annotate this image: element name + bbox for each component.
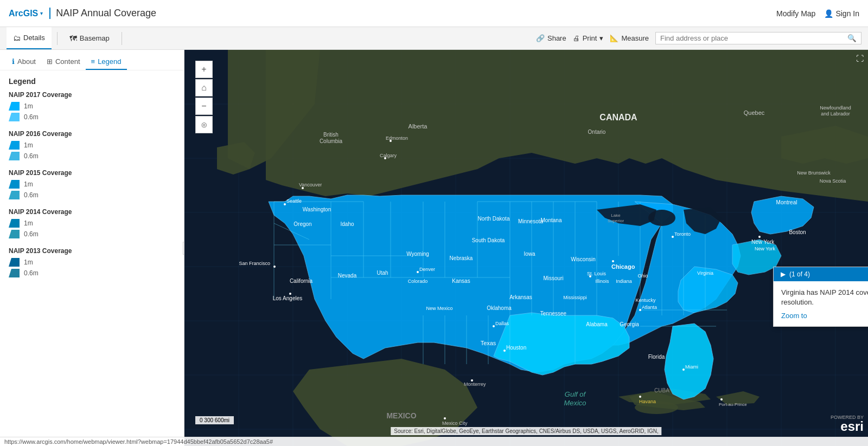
toolbar-separator-1 [57, 32, 58, 45]
svg-text:CUBA: CUBA [654, 387, 669, 393]
svg-point-118 [682, 369, 685, 371]
toolbar-separator-2 [122, 32, 122, 45]
print-button[interactable]: 🖨 Print ▾ [573, 34, 604, 42]
gulf-label: Gulf of [565, 390, 586, 398]
svg-text:Mexico: Mexico [564, 399, 586, 407]
svg-text:Monterrey: Monterrey [464, 382, 486, 387]
tab-basemap[interactable]: 🗺 Basemap [63, 27, 116, 49]
svg-text:Miami: Miami [685, 364, 698, 370]
modify-map-button[interactable]: Modify Map [776, 9, 815, 18]
svg-text:New Brunswick: New Brunswick [797, 170, 831, 176]
legend-icon: ≡ [91, 57, 95, 66]
tab-details[interactable]: 🗂 Details [7, 27, 52, 49]
popup: ▶ (1 of 4) □ ✕ Virginia has NAIP 2014 co… [773, 267, 868, 327]
label-2014-1m: 1m [24, 219, 33, 227]
popup-zoom-link[interactable]: Zoom to [781, 312, 807, 320]
svg-text:Quebec: Quebec [744, 109, 765, 116]
sidebar-tab-legend[interactable]: ≡ Legend [86, 54, 127, 70]
svg-text:Wisconsin: Wisconsin [571, 256, 596, 262]
zoom-out-button[interactable]: − [195, 98, 213, 115]
svg-text:Houston: Houston [506, 345, 526, 351]
svg-text:Columbia: Columbia [320, 138, 343, 144]
home-button[interactable]: ⌂ [195, 79, 213, 96]
swatch-2016-06m [9, 152, 20, 160]
svg-text:Nevada: Nevada [338, 273, 357, 279]
sign-in-button[interactable]: 👤 Sign In [824, 9, 859, 18]
expand-button[interactable]: ⛶ [856, 54, 864, 63]
about-label: About [17, 57, 36, 66]
coverage-group-2015: NAIP 2015 Coverage 1m 0.6m [9, 169, 175, 199]
label-2017-1m: 1m [24, 102, 33, 110]
scale-bar-text: 0 300 600mi [200, 417, 229, 423]
svg-text:Mexico City: Mexico City [442, 421, 468, 426]
legend-item-2013-06m: 0.6m [9, 269, 175, 277]
locate-button[interactable]: ◎ [195, 116, 213, 133]
coverage-title-2013: NAIP 2013 Coverage [9, 247, 175, 255]
legend-item-2016-1m: 1m [9, 141, 175, 150]
swatch-2017-06m [9, 113, 20, 121]
arcgis-logo[interactable]: ArcGIS ▾ [9, 9, 43, 18]
swatch-2014-06m [9, 230, 20, 238]
measure-button[interactable]: 📐 Measure [610, 34, 649, 42]
popup-prev-button[interactable]: ▶ [779, 270, 787, 278]
popup-counter: (1 of 4) [789, 270, 810, 278]
swatch-2016-1m [9, 141, 20, 150]
zoom-in-button[interactable]: + [195, 61, 213, 78]
svg-text:Oklahoma: Oklahoma [487, 305, 512, 311]
print-label: Print [583, 34, 597, 42]
sign-in-label: Sign In [835, 9, 859, 18]
canada-label: CANADA [599, 113, 637, 122]
content-icon: ⊞ [47, 57, 53, 66]
svg-text:Texas: Texas [481, 340, 496, 346]
svg-text:Newfoundland: Newfoundland [820, 105, 851, 111]
svg-text:Minnesota: Minnesota [518, 218, 544, 224]
sidebar-tab-about[interactable]: ℹ About [7, 54, 41, 70]
tab-basemap-label: Basemap [80, 34, 110, 42]
coverage-title-2016: NAIP 2016 Coverage [9, 130, 175, 138]
svg-text:Oregon: Oregon [293, 221, 311, 227]
svg-text:Missouri: Missouri [543, 275, 563, 281]
svg-text:and Labrador: and Labrador [821, 111, 850, 117]
app-title: NAIP Annual Coverage [49, 8, 156, 19]
map-container[interactable]: CANADA MEXICO Gulf of Mexico British Col… [184, 50, 868, 446]
mexico-label: MEXICO [386, 411, 416, 420]
svg-text:Alberta: Alberta [409, 123, 428, 130]
search-button[interactable]: 🔍 [847, 34, 857, 42]
esri-wordmark: esri [831, 420, 864, 433]
coverage-title-2015: NAIP 2015 Coverage [9, 169, 175, 177]
popup-body: Virginia has NAIP 2014 coverage at 1m re… [774, 281, 868, 326]
label-2016-1m: 1m [24, 141, 33, 149]
swatch-2015-1m [9, 180, 20, 189]
swatch-2015-06m [9, 191, 20, 199]
legend-title: Legend [9, 77, 175, 86]
basemap-icon: 🗺 [69, 34, 77, 43]
legend-item-2016-06m: 0.6m [9, 152, 175, 160]
svg-text:Idaho: Idaho [340, 221, 354, 227]
share-button[interactable]: 🔗 Share [536, 34, 566, 42]
measure-icon: 📐 [610, 34, 618, 42]
label-2017-06m: 0.6m [24, 113, 39, 121]
svg-text:Colorado: Colorado [408, 279, 428, 284]
legend-item-2015-06m: 0.6m [9, 191, 175, 199]
svg-point-130 [444, 417, 446, 419]
svg-text:Montana: Montana [541, 217, 562, 223]
svg-text:Denver: Denver [419, 267, 435, 272]
legend-item-2014-06m: 0.6m [9, 230, 175, 238]
sidebar-tab-content[interactable]: ⊞ Content [41, 54, 86, 70]
svg-text:Los Angeles: Los Angeles [273, 295, 303, 301]
status-url: https://www.arcgis.com/home/webmap/viewe… [4, 438, 273, 445]
search-input[interactable] [660, 34, 847, 42]
coverage-group-2016: NAIP 2016 Coverage 1m 0.6m [9, 130, 175, 160]
svg-point-100 [273, 266, 276, 268]
svg-text:New York: New York [751, 239, 775, 245]
label-2013-1m: 1m [24, 258, 33, 266]
map-controls: + ⌂ − ◎ [195, 61, 213, 133]
coverage-group-2017: NAIP 2017 Coverage 1m 0.6m [9, 91, 175, 121]
popup-header: ▶ (1 of 4) □ ✕ [774, 267, 868, 281]
label-2013-06m: 0.6m [24, 269, 39, 277]
svg-point-112 [672, 236, 674, 238]
svg-text:Toronto: Toronto [674, 231, 691, 237]
tab-details-label: Details [23, 34, 45, 42]
sidebar: ℹ About ⊞ Content ≡ Legend Legend NAIP 2… [0, 50, 184, 446]
svg-text:Ontario: Ontario [588, 129, 606, 135]
